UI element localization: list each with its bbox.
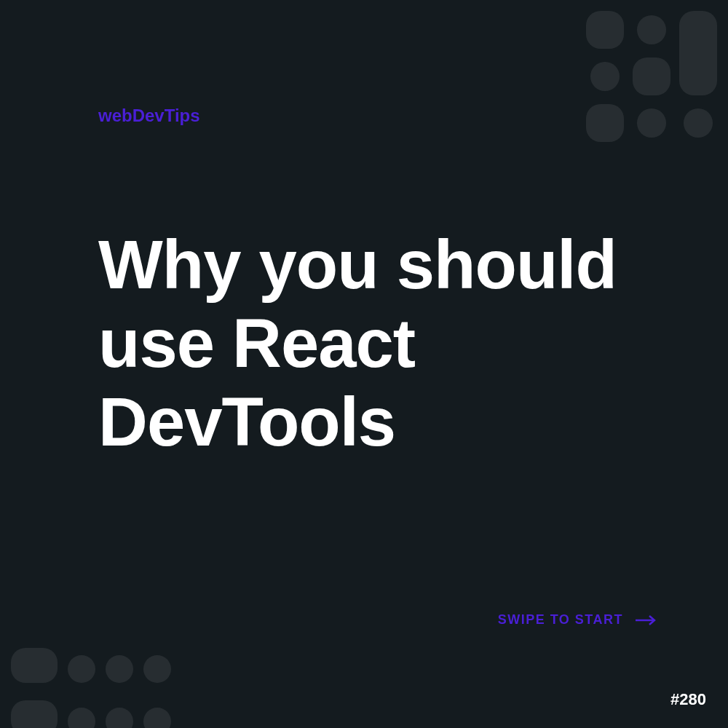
page-title: Why you should use React DevTools: [98, 226, 670, 462]
cta-label: SWIPE TO START: [498, 612, 623, 628]
arrow-right-icon: [635, 614, 657, 626]
brand-label: webDevTips: [98, 106, 200, 126]
decoration-bottom-left: [11, 648, 171, 728]
swipe-to-start-cta[interactable]: SWIPE TO START: [498, 612, 657, 628]
post-number: #280: [670, 690, 706, 709]
decoration-top-right: [586, 11, 717, 142]
